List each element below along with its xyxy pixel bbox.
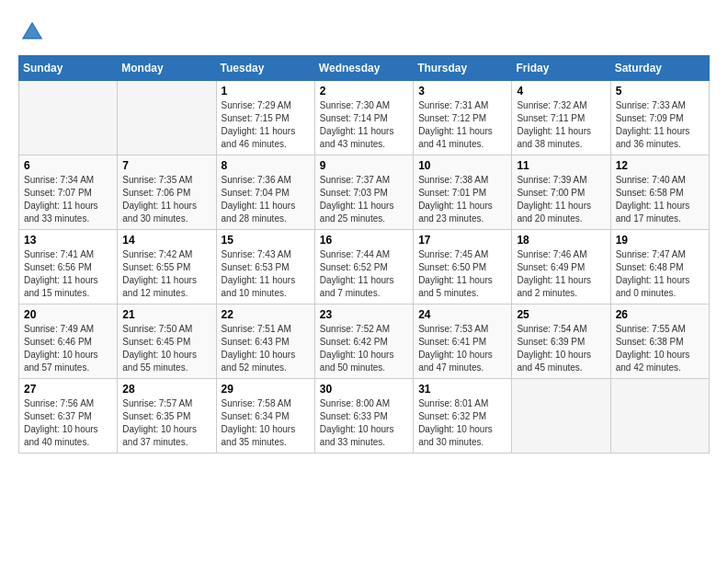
day-info: Sunrise: 7:54 AMSunset: 6:39 PMDaylight:… <box>517 323 605 374</box>
day-number: 31 <box>418 383 506 396</box>
day-cell: 9Sunrise: 7:37 AMSunset: 7:03 PMDaylight… <box>314 155 413 230</box>
day-number: 16 <box>320 234 408 247</box>
day-cell: 22Sunrise: 7:51 AMSunset: 6:43 PMDayligh… <box>216 304 314 379</box>
day-cell: 18Sunrise: 7:46 AMSunset: 6:49 PMDayligh… <box>512 230 610 304</box>
logo <box>18 18 50 46</box>
day-number: 8 <box>222 159 310 172</box>
day-info: Sunrise: 7:29 AMSunset: 7:15 PMDaylight:… <box>222 99 310 151</box>
day-info: Sunrise: 7:40 AMSunset: 6:58 PMDaylight:… <box>616 174 704 225</box>
day-cell: 6Sunrise: 7:34 AMSunset: 7:07 PMDaylight… <box>19 155 118 230</box>
day-info: Sunrise: 7:32 AMSunset: 7:11 PMDaylight:… <box>517 99 605 151</box>
day-number: 3 <box>418 85 506 98</box>
day-cell: 15Sunrise: 7:43 AMSunset: 6:53 PMDayligh… <box>216 230 314 304</box>
weekday-header-wednesday: Wednesday <box>314 56 413 81</box>
day-cell: 11Sunrise: 7:39 AMSunset: 7:00 PMDayligh… <box>512 155 610 230</box>
day-number: 21 <box>122 308 210 321</box>
day-cell: 28Sunrise: 7:57 AMSunset: 6:35 PMDayligh… <box>118 379 216 454</box>
day-number: 2 <box>320 85 408 98</box>
weekday-header-thursday: Thursday <box>414 56 512 81</box>
day-cell: 20Sunrise: 7:49 AMSunset: 6:46 PMDayligh… <box>19 304 118 379</box>
day-cell: 13Sunrise: 7:41 AMSunset: 6:56 PMDayligh… <box>19 230 118 304</box>
day-cell: 8Sunrise: 7:36 AMSunset: 7:04 PMDaylight… <box>216 155 314 230</box>
weekday-header-monday: Monday <box>118 56 216 81</box>
day-cell: 19Sunrise: 7:47 AMSunset: 6:48 PMDayligh… <box>610 230 709 304</box>
day-number: 14 <box>122 234 210 247</box>
day-info: Sunrise: 7:42 AMSunset: 6:55 PMDaylight:… <box>122 248 210 300</box>
day-cell <box>118 81 216 155</box>
logo-icon <box>18 18 46 46</box>
week-row-4: 20Sunrise: 7:49 AMSunset: 6:46 PMDayligh… <box>19 304 710 379</box>
day-info: Sunrise: 7:30 AMSunset: 7:14 PMDaylight:… <box>320 99 408 151</box>
day-cell: 27Sunrise: 7:56 AMSunset: 6:37 PMDayligh… <box>19 379 118 454</box>
day-info: Sunrise: 7:56 AMSunset: 6:37 PMDaylight:… <box>24 397 112 449</box>
weekday-header-saturday: Saturday <box>610 56 709 81</box>
day-number: 19 <box>616 234 704 247</box>
day-cell <box>610 379 709 454</box>
day-info: Sunrise: 7:50 AMSunset: 6:45 PMDaylight:… <box>122 323 210 374</box>
day-info: Sunrise: 7:31 AMSunset: 7:12 PMDaylight:… <box>418 99 506 151</box>
day-info: Sunrise: 7:38 AMSunset: 7:01 PMDaylight:… <box>418 174 506 225</box>
day-info: Sunrise: 7:57 AMSunset: 6:35 PMDaylight:… <box>122 397 210 449</box>
day-cell: 25Sunrise: 7:54 AMSunset: 6:39 PMDayligh… <box>512 304 610 379</box>
day-info: Sunrise: 7:55 AMSunset: 6:38 PMDaylight:… <box>616 323 704 374</box>
day-info: Sunrise: 7:37 AMSunset: 7:03 PMDaylight:… <box>320 174 408 225</box>
day-info: Sunrise: 7:49 AMSunset: 6:46 PMDaylight:… <box>24 323 112 374</box>
day-number: 15 <box>222 234 310 247</box>
day-info: Sunrise: 7:53 AMSunset: 6:41 PMDaylight:… <box>418 323 506 374</box>
day-number: 30 <box>320 383 408 396</box>
day-number: 22 <box>222 308 310 321</box>
day-cell: 10Sunrise: 7:38 AMSunset: 7:01 PMDayligh… <box>414 155 512 230</box>
day-number: 26 <box>616 308 704 321</box>
day-info: Sunrise: 7:58 AMSunset: 6:34 PMDaylight:… <box>222 397 310 449</box>
day-number: 27 <box>24 383 112 396</box>
day-info: Sunrise: 7:39 AMSunset: 7:00 PMDaylight:… <box>517 174 605 225</box>
day-info: Sunrise: 7:34 AMSunset: 7:07 PMDaylight:… <box>24 174 112 225</box>
week-row-1: 1Sunrise: 7:29 AMSunset: 7:15 PMDaylight… <box>19 81 710 155</box>
day-info: Sunrise: 7:47 AMSunset: 6:48 PMDaylight:… <box>616 248 704 300</box>
weekday-header-sunday: Sunday <box>19 56 118 81</box>
day-info: Sunrise: 7:44 AMSunset: 6:52 PMDaylight:… <box>320 248 408 300</box>
week-row-3: 13Sunrise: 7:41 AMSunset: 6:56 PMDayligh… <box>19 230 710 304</box>
day-cell: 3Sunrise: 7:31 AMSunset: 7:12 PMDaylight… <box>414 81 512 155</box>
day-info: Sunrise: 7:46 AMSunset: 6:49 PMDaylight:… <box>517 248 605 300</box>
day-info: Sunrise: 7:35 AMSunset: 7:06 PMDaylight:… <box>122 174 210 225</box>
day-cell <box>19 81 118 155</box>
day-info: Sunrise: 7:36 AMSunset: 7:04 PMDaylight:… <box>222 174 310 225</box>
day-number: 7 <box>122 159 210 172</box>
week-row-5: 27Sunrise: 7:56 AMSunset: 6:37 PMDayligh… <box>19 379 710 454</box>
day-number: 12 <box>616 159 704 172</box>
day-info: Sunrise: 7:33 AMSunset: 7:09 PMDaylight:… <box>616 99 704 151</box>
day-number: 24 <box>418 308 506 321</box>
day-cell: 12Sunrise: 7:40 AMSunset: 6:58 PMDayligh… <box>610 155 709 230</box>
weekday-header-tuesday: Tuesday <box>216 56 314 81</box>
day-cell: 17Sunrise: 7:45 AMSunset: 6:50 PMDayligh… <box>414 230 512 304</box>
weekday-header-row: SundayMondayTuesdayWednesdayThursdayFrid… <box>19 56 710 81</box>
day-info: Sunrise: 8:01 AMSunset: 6:32 PMDaylight:… <box>418 397 506 449</box>
day-cell: 14Sunrise: 7:42 AMSunset: 6:55 PMDayligh… <box>118 230 216 304</box>
day-cell <box>512 379 610 454</box>
day-cell: 16Sunrise: 7:44 AMSunset: 6:52 PMDayligh… <box>314 230 413 304</box>
day-cell: 2Sunrise: 7:30 AMSunset: 7:14 PMDaylight… <box>314 81 413 155</box>
day-info: Sunrise: 8:00 AMSunset: 6:33 PMDaylight:… <box>320 397 408 449</box>
day-number: 23 <box>320 308 408 321</box>
day-info: Sunrise: 7:41 AMSunset: 6:56 PMDaylight:… <box>24 248 112 300</box>
calendar-table: SundayMondayTuesdayWednesdayThursdayFrid… <box>18 55 710 454</box>
day-cell: 7Sunrise: 7:35 AMSunset: 7:06 PMDaylight… <box>118 155 216 230</box>
day-number: 18 <box>517 234 605 247</box>
day-number: 25 <box>517 308 605 321</box>
day-cell: 26Sunrise: 7:55 AMSunset: 6:38 PMDayligh… <box>610 304 709 379</box>
day-number: 20 <box>24 308 112 321</box>
day-cell: 23Sunrise: 7:52 AMSunset: 6:42 PMDayligh… <box>314 304 413 379</box>
day-cell: 1Sunrise: 7:29 AMSunset: 7:15 PMDaylight… <box>216 81 314 155</box>
day-number: 1 <box>222 85 310 98</box>
day-number: 28 <box>122 383 210 396</box>
day-cell: 4Sunrise: 7:32 AMSunset: 7:11 PMDaylight… <box>512 81 610 155</box>
day-number: 4 <box>517 85 605 98</box>
day-info: Sunrise: 7:45 AMSunset: 6:50 PMDaylight:… <box>418 248 506 300</box>
day-cell: 29Sunrise: 7:58 AMSunset: 6:34 PMDayligh… <box>216 379 314 454</box>
day-cell: 5Sunrise: 7:33 AMSunset: 7:09 PMDaylight… <box>610 81 709 155</box>
day-number: 10 <box>418 159 506 172</box>
day-cell: 24Sunrise: 7:53 AMSunset: 6:41 PMDayligh… <box>414 304 512 379</box>
day-cell: 30Sunrise: 8:00 AMSunset: 6:33 PMDayligh… <box>314 379 413 454</box>
svg-marker-1 <box>24 24 40 38</box>
